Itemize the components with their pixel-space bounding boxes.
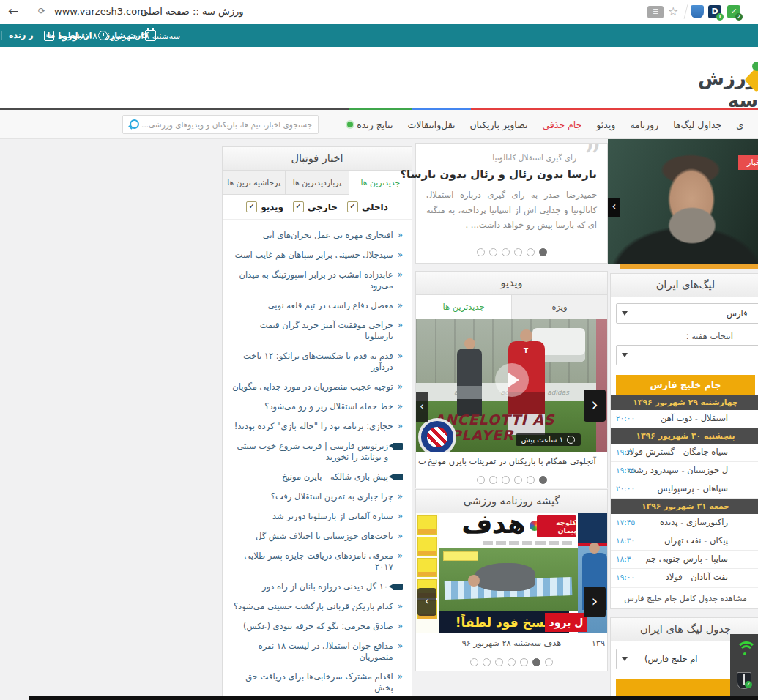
news-list-item[interactable]: «ستاره آلمانی از بارسلونا دورتر شد bbox=[231, 511, 403, 522]
kiosk-caption[interactable]: هدف سه‌شنبه ۲۸ شهریور ۹۶ ۱۳۹ bbox=[416, 633, 607, 653]
carousel-dot[interactable] bbox=[539, 248, 547, 256]
news-list-item[interactable]: «حجازی: برنامه نود را "خاله بازی" کرده ب… bbox=[231, 421, 403, 432]
site-logo[interactable]: ورزش سه bbox=[691, 67, 758, 111]
checkbox[interactable]: ✓ bbox=[293, 201, 304, 212]
carousel-dot[interactable] bbox=[495, 658, 503, 666]
news-list-item[interactable]: «عابدزاده امشب در برابر اسپورتینگ به مید… bbox=[231, 269, 403, 291]
search-input[interactable]: جستجوی اخبار، تیم ها، بازیکنان و ویدیوها… bbox=[122, 115, 319, 134]
video-thumbnail[interactable]: adidas adidas adidas ANCELOTTI AS A PLAY… bbox=[416, 319, 607, 452]
schedule-match-row[interactable]: سپاهان-پرسپولیس۲۰:۰۰ bbox=[611, 480, 758, 499]
carousel-dot[interactable] bbox=[539, 476, 547, 484]
featured-article-card[interactable]: ” رای گیری استقلال کاتالونیا بارسا بدون … bbox=[415, 143, 608, 264]
nav-item[interactable]: نقل‌وانتقالات bbox=[407, 119, 455, 130]
kiosk-caption-text[interactable]: هدف سه‌شنبه ۲۸ شهریور ۹۶ bbox=[462, 638, 561, 648]
news-list-item[interactable]: «معضل دفاع راست در تیم قلعه نویی bbox=[231, 300, 403, 311]
news-list-item[interactable]: «قدم به قدم با شکست‌های برانکو: ۱۲ باخت … bbox=[231, 351, 403, 373]
newspaper-covers[interactable]: هدف کلوچه پیمان فسخ فود لطفاً! ل برود ‹ … bbox=[416, 513, 607, 633]
kiosk-prev-arrow[interactable]: ‹ bbox=[417, 588, 436, 616]
news-list-item[interactable]: «صادق محرمی: بگو که جرقه نبودی (عکس) bbox=[231, 621, 403, 632]
carousel-dot[interactable] bbox=[502, 476, 510, 484]
nav-item[interactable]: ی bbox=[736, 119, 743, 130]
news-list-item[interactable]: «کدام بازیکن قربانی بازگشت حسینی می‌شود؟ bbox=[231, 601, 403, 612]
address-bar-url[interactable]: www.varzesh3.com bbox=[54, 6, 146, 17]
schedule-match-row[interactable]: نفت آبادان-فولاد۱۹:۰۰ bbox=[611, 569, 758, 587]
video-tab[interactable]: ویژه bbox=[511, 295, 607, 319]
carousel-dot[interactable] bbox=[508, 658, 516, 666]
carousel-dot[interactable] bbox=[532, 658, 540, 666]
video-caption[interactable]: آنجلوتی همگام با بازیکنان در تمرینات بای… bbox=[416, 452, 607, 472]
featured-article-photo[interactable]: اخبار ‹ bbox=[608, 139, 758, 264]
video-carousel-dots bbox=[416, 472, 607, 488]
news-list-item[interactable]: «توجیه عجیب منصوریان در مورد جدایی مگویا… bbox=[231, 381, 403, 392]
news-list-item[interactable]: ۱۰ گل دیدنی دروازه بانان از راه دور bbox=[231, 581, 403, 592]
full-table-link[interactable]: مشاهده جدول کامل جام خلیج فارس bbox=[611, 587, 758, 608]
schedule-match-row[interactable]: استقلال-ذوب آهن۲۰:۰۰ bbox=[611, 410, 758, 428]
video-next-arrow[interactable]: › bbox=[584, 390, 606, 422]
news-list-item[interactable]: زیرنویس فارسی | فریب شروع خوب سیتی و یون… bbox=[231, 441, 403, 463]
carousel-dot[interactable] bbox=[489, 476, 497, 484]
nav-item[interactable]: نتایج زنده bbox=[347, 119, 393, 130]
topbar-link[interactable]: ر زنده bbox=[1, 31, 40, 40]
news-list-item[interactable]: «خط حمله استقلال زیر و رو می‌شود؟ bbox=[231, 401, 403, 412]
carousel-dot[interactable] bbox=[514, 476, 522, 484]
news-tab[interactable]: پربازدیدترین ها bbox=[285, 171, 348, 194]
checkbox[interactable]: ✓ bbox=[347, 201, 358, 212]
schedule-match-row[interactable]: ل خوزستان-سپیدرود رشت۱۹:۳۵ bbox=[611, 462, 758, 480]
carousel-dot[interactable] bbox=[527, 248, 535, 256]
antivirus-extension-icon[interactable]: ✓ 2 bbox=[727, 5, 740, 18]
home-team: راکتورسازی bbox=[686, 517, 728, 527]
nav-item[interactable]: روزنامه bbox=[630, 119, 658, 130]
carousel-dot[interactable] bbox=[502, 248, 510, 256]
wifi-icon[interactable] bbox=[736, 641, 754, 656]
chevron-marker: « bbox=[398, 621, 403, 632]
schedule-match-row[interactable]: سیاه جامگان-گسترش فولاد۱۹:۳۰ bbox=[611, 444, 758, 462]
news-list-item[interactable]: «باخت‌های خوزستانی با اختلاف شش گل bbox=[231, 531, 403, 542]
nav-item[interactable]: تصاویر بازیکنان bbox=[469, 119, 527, 130]
login-button[interactable]: ورود bbox=[58, 31, 78, 41]
video-prev-arrow[interactable]: ‹ bbox=[416, 392, 428, 422]
match-time: ۱۷:۴۵ bbox=[616, 518, 635, 526]
article-title[interactable]: بارسا بدون رئال و رئال بدون بارسا؟ bbox=[400, 168, 597, 181]
carousel-dot[interactable] bbox=[514, 248, 522, 256]
news-list-item[interactable]: پیش بازی شالکه - بایرن مونیخ bbox=[231, 472, 403, 483]
hero-prev-arrow[interactable]: ‹ bbox=[608, 198, 620, 217]
news-item-text: حجازی: برنامه نود را "خاله بازی" کرده بو… bbox=[234, 421, 393, 432]
video-tab[interactable]: جدیدترین ها bbox=[416, 295, 511, 319]
video-tabs: ویژهجدیدترین ها bbox=[416, 295, 607, 319]
carousel-dot[interactable] bbox=[489, 248, 497, 256]
browser-back-icon[interactable]: ← bbox=[8, 4, 18, 18]
kiosk-next-arrow[interactable]: › bbox=[584, 587, 606, 617]
download-manager-extension-icon[interactable]: D 1 bbox=[708, 5, 721, 18]
news-list-item[interactable]: «مدافع جوان استقلال در لیست ۱۸ نفره منصو… bbox=[231, 641, 403, 663]
news-list-item[interactable]: «افتخاری مهره بی عمل بحران‌های آبی bbox=[231, 230, 403, 241]
nav-item[interactable]: جام حذفی bbox=[542, 119, 581, 130]
nav-item[interactable]: ویدئو bbox=[596, 119, 615, 130]
carousel-dot[interactable] bbox=[470, 658, 478, 666]
schedule-match-row[interactable]: پیکان-نفت تهران۱۸:۳۰ bbox=[611, 532, 758, 551]
nav-item[interactable]: جداول لیگ‌ها bbox=[673, 119, 721, 130]
adblock-extension-icon[interactable] bbox=[691, 5, 704, 18]
carousel-dot[interactable] bbox=[477, 476, 485, 484]
carousel-dot[interactable] bbox=[483, 658, 491, 666]
browser-reload-icon[interactable]: ⟳ bbox=[38, 6, 45, 16]
match-teams: ل خوزستان-سپیدرود رشت bbox=[628, 465, 728, 475]
carousel-dot[interactable] bbox=[527, 476, 535, 484]
news-list-item[interactable]: «اقدام مشترک سرخابی‌ها برای دریافت حق پخ… bbox=[231, 671, 403, 693]
carousel-dot[interactable] bbox=[545, 658, 553, 666]
video-caption-text[interactable]: آنجلوتی همگام با بازیکنان در تمرینات بای… bbox=[427, 457, 595, 466]
carousel-dot[interactable] bbox=[520, 658, 528, 666]
news-tab[interactable]: پرحاشیه ترین ها bbox=[223, 171, 285, 194]
news-list-item[interactable]: «چرا جباری به تمرین استقلال رفت؟ bbox=[231, 491, 403, 502]
carousel-dot[interactable] bbox=[477, 248, 485, 256]
news-list-item[interactable]: «سیدجلال حسینی برابر سپاهان هم غایب است bbox=[231, 250, 403, 261]
browser-menu-icon[interactable]: ☰ bbox=[647, 6, 664, 18]
play-button[interactable] bbox=[495, 363, 529, 397]
bookmark-star-icon[interactable]: ☆ bbox=[668, 4, 678, 18]
schedule-match-row[interactable]: سایپا-پارس جنوبی جم۱۸:۳۰ bbox=[611, 551, 758, 569]
news-list-item[interactable]: «جراحی موفقیت آمیز خرید گران قیمت بارسلو… bbox=[231, 320, 403, 342]
week-select-dropdown[interactable] bbox=[616, 345, 758, 365]
schedule-match-row[interactable]: راکتورسازی-پدیده۱۷:۴۵ bbox=[611, 514, 758, 532]
checkbox[interactable]: ✓ bbox=[246, 201, 257, 212]
league-select-dropdown[interactable]: فارس bbox=[616, 303, 758, 324]
news-list-item[interactable]: «معرفی نامزدهای دریافت جایزه پسر طلایی ۲… bbox=[231, 551, 403, 573]
